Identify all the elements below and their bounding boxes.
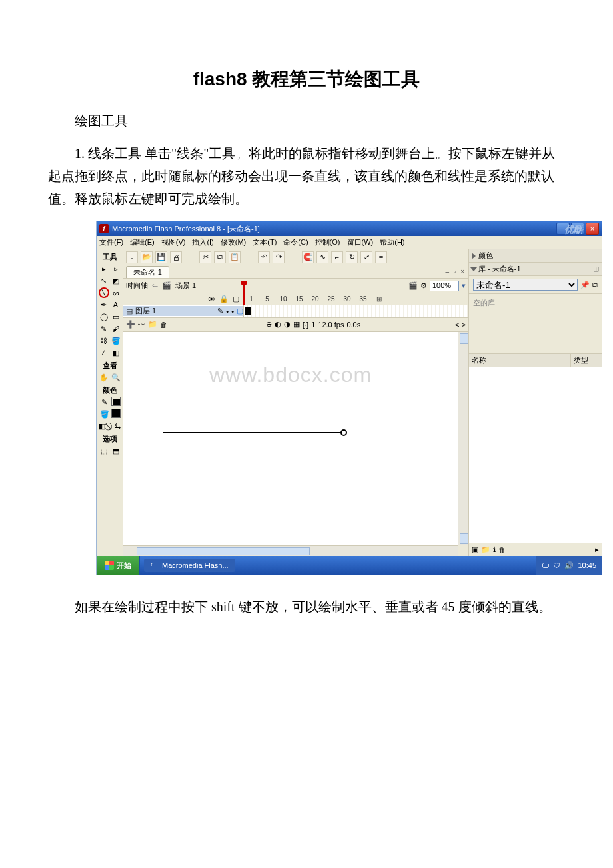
menu-commands[interactable]: 命令(C) [283, 237, 308, 247]
layer-outline-box[interactable]: ▢ [237, 307, 243, 315]
start-button[interactable]: 开始 [97, 556, 140, 575]
text-tool[interactable]: A [111, 299, 121, 310]
undo-button[interactable]: ↶ [258, 251, 270, 263]
panel-options-button[interactable]: ⊞ [593, 265, 599, 273]
menu-text[interactable]: 文本(T) [253, 237, 277, 247]
edit-multiple-button[interactable]: ▦ [293, 320, 300, 329]
zoom-tool[interactable]: 🔍 [111, 372, 121, 383]
properties-button[interactable]: ℹ [493, 545, 496, 554]
frames-strip[interactable] [243, 305, 468, 317]
library-panel-header[interactable]: 库 - 未命名-1 ⊞ [469, 263, 602, 276]
tray-icon[interactable]: 🖵 [542, 561, 549, 569]
new-symbol-button[interactable]: ▣ [472, 545, 478, 554]
layer-lock-dot[interactable]: • [231, 307, 234, 315]
subselection-tool[interactable]: ▹ [111, 263, 121, 274]
outline-layers-icon[interactable]: ▢ [233, 295, 239, 303]
paint-bucket-tool[interactable]: 🪣 [111, 335, 121, 346]
menu-insert[interactable]: 插入(I) [192, 237, 213, 247]
object-drawing-button[interactable]: ⬒ [111, 445, 121, 456]
lock-layers-icon[interactable]: 🔒 [219, 295, 229, 303]
save-button[interactable]: 💾 [155, 251, 167, 263]
stage-canvas[interactable]: www.bdocx.com [123, 332, 458, 545]
insert-folder-button[interactable]: 📁 [148, 320, 157, 329]
smooth-button[interactable]: ∿ [316, 251, 328, 263]
line-endpoint-handle[interactable] [340, 429, 347, 436]
gradient-transform-tool[interactable]: ◩ [111, 275, 121, 286]
pen-tool[interactable]: ✒ [99, 299, 109, 310]
tray-icon[interactable]: 🛡 [553, 561, 560, 569]
library-col-type[interactable]: 类型 [571, 354, 602, 367]
default-colors-button[interactable]: ◧ [98, 421, 106, 431]
print-button[interactable]: 🖨 [170, 251, 182, 263]
center-frame-button[interactable]: ⊕ [266, 320, 272, 329]
scale-button[interactable]: ⤢ [360, 251, 372, 263]
snap-to-objects-button[interactable]: 🧲 [302, 251, 314, 263]
no-color-button[interactable]: ⃠ [107, 421, 113, 431]
onion-skin-button[interactable]: ◐ [275, 320, 281, 329]
document-tab[interactable]: 未命名-1 [126, 266, 169, 278]
library-item-list[interactable] [469, 367, 602, 543]
scrollbar-thumb[interactable] [137, 547, 310, 555]
vertical-scrollbar[interactable] [458, 332, 468, 545]
straighten-button[interactable]: ⌐ [331, 251, 343, 263]
scene-name[interactable]: 场景 1 [175, 281, 196, 291]
menu-view[interactable]: 视图(V) [161, 237, 186, 247]
hand-tool[interactable]: ✋ [99, 372, 109, 383]
onion-outline-button[interactable]: ◑ [284, 320, 291, 329]
menu-file[interactable]: 文件(F) [99, 237, 123, 247]
eyedropper-tool[interactable]: ⁄ [99, 347, 109, 358]
snap-option-button[interactable]: ⬚ [99, 445, 109, 456]
brush-tool[interactable]: 🖌 [111, 323, 121, 334]
stroke-color-swatch[interactable] [111, 397, 121, 406]
document-window-controls[interactable]: – ▫ × [445, 268, 466, 275]
copy-button[interactable]: ⧉ [214, 251, 226, 263]
keyframe-1[interactable] [245, 307, 251, 315]
menu-edit[interactable]: 编辑(E) [130, 237, 155, 247]
new-file-button[interactable]: ▫ [126, 251, 138, 263]
open-file-button[interactable]: 📂 [141, 251, 153, 263]
align-button[interactable]: ≡ [375, 251, 387, 263]
rotate-button[interactable]: ↻ [346, 251, 358, 263]
color-panel-header[interactable]: 颜色 [469, 249, 602, 263]
timeline-scroll-buttons[interactable]: < > [455, 321, 466, 329]
tray-icon[interactable]: 🔊 [564, 561, 574, 570]
zoom-level-input[interactable]: 100% [430, 281, 459, 291]
cut-button[interactable]: ✂ [199, 251, 211, 263]
playhead[interactable] [243, 283, 245, 307]
rectangle-tool[interactable]: ▭ [111, 311, 121, 322]
menu-help[interactable]: 帮助(H) [380, 237, 404, 247]
oval-tool[interactable]: ◯ [99, 311, 109, 322]
delete-button[interactable]: 🗑 [498, 546, 506, 554]
delete-layer-button[interactable]: 🗑 [160, 321, 167, 329]
selection-tool[interactable]: ▸ [99, 263, 109, 274]
new-library-panel-button[interactable]: ⧉ [592, 281, 598, 289]
library-document-select[interactable]: 未命名-1 [473, 279, 578, 291]
insert-layer-button[interactable]: ➕ [126, 320, 135, 329]
insert-motion-guide-button[interactable]: 〰 [138, 321, 145, 329]
line-tool[interactable]: ╲ [99, 287, 109, 298]
taskbar-app-button[interactable]: f Macromedia Flash... [144, 559, 235, 572]
edit-scene-button[interactable]: 🎬 [408, 281, 418, 290]
pencil-tool[interactable]: ✎ [99, 323, 109, 334]
layer-visible-dot[interactable]: • [226, 307, 229, 315]
library-col-name[interactable]: 名称 [469, 354, 571, 367]
window-close-button[interactable]: × [586, 223, 599, 235]
redo-button[interactable]: ↷ [273, 251, 285, 263]
paste-button[interactable]: 📋 [229, 251, 241, 263]
modify-onion-button[interactable]: [·] [303, 321, 308, 329]
eraser-tool[interactable]: ◧ [111, 347, 121, 358]
menu-window[interactable]: 窗口(W) [347, 237, 374, 247]
zoom-dropdown-button[interactable]: ▾ [462, 281, 466, 290]
horizontal-scrollbar[interactable] [123, 545, 458, 556]
menu-modify[interactable]: 修改(M) [221, 237, 247, 247]
pin-library-button[interactable]: 📌 [580, 281, 590, 289]
scene-back-button[interactable]: ⇐ [152, 281, 158, 290]
new-folder-button[interactable]: 📁 [481, 545, 490, 554]
swap-colors-button[interactable]: ⇆ [114, 421, 121, 431]
menu-control[interactable]: 控制(O) [315, 237, 340, 247]
lasso-tool[interactable]: ᔕ [111, 287, 121, 298]
show-hide-layers-icon[interactable]: 👁 [208, 295, 215, 303]
layer-row[interactable]: ▤ 图层 1 ✎ • • ▢ [123, 306, 243, 316]
edit-symbol-button[interactable]: ⚙ [420, 281, 427, 290]
library-scroll-right[interactable]: ▸ [595, 545, 599, 554]
